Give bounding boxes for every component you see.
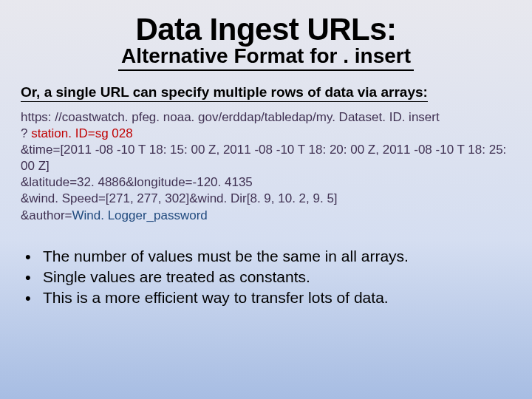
code-line-4: &latitude=32. 4886&longitude=-120. 4135: [21, 174, 511, 191]
code-line-5: &wind. Speed=[271, 277, 302]&wind. Dir[8…: [21, 191, 511, 207]
code-line-6a: &author=: [21, 208, 72, 222]
bullet-list: The number of values must be the same in…: [21, 246, 511, 309]
slide-title: Data Ingest URLs:: [21, 12, 511, 47]
slide-subtitle: Alternative Format for . insert: [118, 44, 414, 71]
code-line-3: &time=[2011 -08 -10 T 18: 15: 00 Z, 2011…: [21, 142, 511, 174]
bullet-item: Single values are treated as constants.: [25, 267, 511, 287]
intro-text: Or, a single URL can specify multiple ro…: [21, 84, 428, 102]
code-line-1: https: //coastwatch. pfeg. noaa. gov/erd…: [21, 109, 511, 126]
code-line-2b: station. ID=sg 028: [31, 126, 133, 140]
code-line-6: &author=Wind. Logger_password: [21, 208, 511, 224]
bullet-item: The number of values must be the same in…: [25, 246, 511, 267]
code-block: https: //coastwatch. pfeg. noaa. gov/erd…: [21, 109, 511, 224]
code-line-2: ? station. ID=sg 028: [21, 126, 511, 142]
code-line-2a: ?: [21, 126, 31, 140]
bullet-item: This is a more efficient way to transfer…: [25, 287, 511, 308]
code-line-6b: Wind. Logger_password: [72, 208, 207, 222]
